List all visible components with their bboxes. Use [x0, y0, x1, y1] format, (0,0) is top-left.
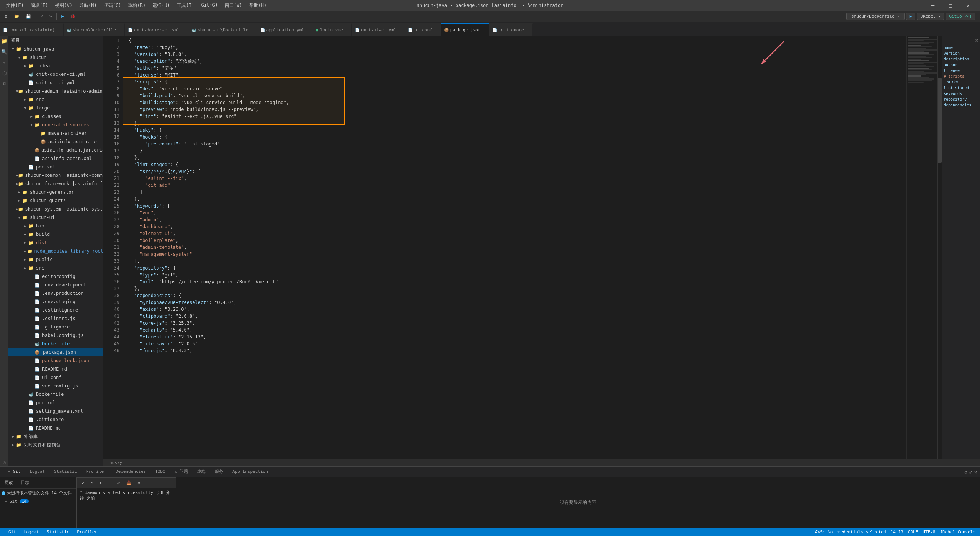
tree-item-root-df[interactable]: 🐋 Dockerfile: [8, 390, 103, 399]
tree-item-idea[interactable]: ▶ 📁 .idea: [8, 62, 103, 70]
tab-cmit-ui[interactable]: 📄 cmit-ui-ci.yml ✕: [352, 23, 405, 36]
tree-item-asiainfo-admin[interactable]: ▼ 📁 shucun-admin [asiainfo-admin]: [8, 87, 103, 95]
bt-pull[interactable]: ↓: [106, 480, 113, 486]
bottom-settings[interactable]: ⚙: [965, 469, 967, 475]
tree-item-readme[interactable]: 📄 README.md: [8, 424, 103, 432]
tab-login[interactable]: ■ login.vue ✕: [313, 23, 352, 36]
minimize-button[interactable]: ─: [924, 0, 942, 11]
activity-explorer[interactable]: 📁: [0, 37, 8, 45]
tree-item-dist[interactable]: ▶ 📁 dist: [8, 239, 103, 247]
tree-item-env-staging[interactable]: 📄 .env.staging: [8, 297, 103, 306]
tree-item-dockerfile-ui[interactable]: 🐋 Dockerfile: [8, 340, 103, 348]
activity-debug[interactable]: ⬡: [0, 69, 8, 77]
tab-ui-conf[interactable]: 📄 ui.conf ✕: [405, 23, 441, 36]
activity-settings[interactable]: ⚙: [0, 459, 8, 466]
tree-item-ui[interactable]: ▼ 📁 shucun-ui: [8, 213, 103, 222]
git-tab-changes[interactable]: 更改: [2, 478, 16, 487]
bt-merge[interactable]: ⤢: [114, 480, 122, 486]
tree-item-build[interactable]: ▶ 📁 build: [8, 230, 103, 239]
status-crlf[interactable]: CRLF: [906, 529, 920, 534]
tree-item-extra1[interactable]: ▶ 📁 外部库: [8, 432, 103, 441]
rp-item-scripts[interactable]: ▼ scripts: [942, 74, 980, 79]
tab-dockerfile[interactable]: 🐋 shucun\Dockerfile ✕: [64, 23, 125, 36]
tab-dependencies[interactable]: Dependencies: [111, 467, 150, 477]
tree-item-cmit-ui[interactable]: 📄 cmit-ui-ci.yml: [8, 78, 103, 87]
tree-item-public[interactable]: ▶ 📁 public: [8, 255, 103, 264]
tree-item-generated[interactable]: ▼ 📁 generated-sources: [8, 121, 103, 129]
tree-item-shucun[interactable]: ▼ 📁 shucun: [8, 53, 103, 62]
tree-item-gitignore-ui[interactable]: 📄 .gitignore: [8, 323, 103, 331]
rp-item-husky[interactable]: husky: [942, 79, 980, 85]
toolbar-redo[interactable]: ↪: [47, 13, 54, 20]
rp-item-license[interactable]: license: [942, 68, 980, 74]
tab-pom[interactable]: 📄 pom.xml (asiainfo) ✕: [0, 23, 64, 36]
bt-settings[interactable]: ⚙: [136, 480, 143, 486]
tree-item-package-json[interactable]: 📦 package.json: [8, 348, 103, 356]
toolbar-save[interactable]: 💾: [23, 13, 33, 20]
tree-item-maven-archiver[interactable]: 📁 maven-archiver: [8, 129, 103, 137]
maximize-button[interactable]: □: [942, 0, 959, 11]
status-git[interactable]: ⑂ Git: [3, 528, 18, 536]
code-content[interactable]: { "name": "ruoyi", "version": "3.8.0", "…: [122, 36, 906, 459]
jrebel-btn[interactable]: JRebel ▾: [917, 13, 944, 20]
toolbar-undo[interactable]: ↩: [38, 13, 46, 20]
bt-refresh[interactable]: ↻: [88, 480, 96, 486]
menu-view[interactable]: 视图(V): [52, 2, 75, 10]
editor-scrollbar[interactable]: [937, 36, 942, 459]
tree-item-generator[interactable]: ▶ 📁 shucun-generator: [8, 188, 103, 196]
rp-item-keywords[interactable]: keywords: [942, 91, 980, 96]
status-statistic[interactable]: Statistic: [45, 528, 71, 536]
menu-git[interactable]: Git(G): [198, 2, 221, 10]
activity-extensions[interactable]: ⧉: [0, 80, 8, 88]
tab-cmit-docker[interactable]: 📄 cmit-docker-ci.yml ✕: [125, 23, 188, 36]
tree-item-framework[interactable]: ▶ 📁 shucun-framework [asiainfo-framework…: [8, 180, 103, 188]
tab-terminal[interactable]: 终端: [193, 467, 210, 477]
close-button[interactable]: ✕: [959, 0, 977, 11]
menu-code[interactable]: 代码(C): [101, 2, 124, 10]
tab-profiler[interactable]: Profiler: [82, 467, 111, 477]
tab-app-yml[interactable]: 📄 application.yml ✕: [257, 23, 313, 36]
tree-item-classes[interactable]: ▶ 📁 classes: [8, 112, 103, 121]
tab-todo[interactable]: TODO: [150, 467, 170, 477]
bt-stash[interactable]: 📥: [124, 480, 134, 486]
toolbar-open[interactable]: 📂: [12, 13, 22, 20]
tree-item-quartz[interactable]: ▶ 📁 shucun-quartz: [8, 196, 103, 205]
rp-item-author[interactable]: author: [942, 62, 980, 68]
tree-item-uiconf[interactable]: 📄 ui.conf: [8, 373, 103, 382]
toolbar-debug[interactable]: 🐞: [68, 13, 78, 20]
menu-file[interactable]: 文件(F): [3, 2, 27, 10]
gitgo-btn[interactable]: GitGo ✓✓↑: [946, 13, 975, 20]
tree-item-env-prod[interactable]: 📄 .env.production: [8, 289, 103, 297]
menu-edit[interactable]: 编辑(E): [28, 2, 51, 10]
rp-item-name[interactable]: name: [942, 45, 980, 51]
rp-item-deps[interactable]: dependencies: [942, 102, 980, 108]
tab-statistic[interactable]: Statistic: [49, 467, 82, 477]
menu-window[interactable]: 窗口(W): [222, 2, 245, 10]
tree-item-system[interactable]: ▶ 📁 shucun-system [asiainfo-system]: [8, 205, 103, 213]
rp-item-lint-staged[interactable]: lint-staged: [942, 85, 980, 91]
tree-item-admin-jar-orig[interactable]: 📦 asiainfo-admin.jar.original: [8, 146, 103, 154]
tree-item-bin[interactable]: ▶ 📁 bin: [8, 222, 103, 230]
tree-item-admin-jar[interactable]: 📦 asiainfo-admin.jar: [8, 137, 103, 146]
status-aws[interactable]: AWS: No credentials selected: [813, 529, 887, 534]
tree-item-eslintignore[interactable]: 📄 .eslintignore: [8, 306, 103, 314]
tree-item-cmit-docker[interactable]: 🐋 cmit-docker-ci.yml: [8, 70, 103, 78]
status-position[interactable]: 14:13: [889, 529, 905, 534]
tree-item-root-pom[interactable]: 📄 pom.xml: [8, 399, 103, 407]
right-panel-close[interactable]: ✕: [975, 37, 978, 43]
tree-item-root-gitignore[interactable]: 📄 .gitignore: [8, 415, 103, 424]
tree-item-setting[interactable]: 📄 setting_maven.xml: [8, 407, 103, 415]
tree-item-target[interactable]: ▼ 📁 target: [8, 104, 103, 112]
tree-item-extra2[interactable]: ▶ 📁 划时文件和控制台: [8, 441, 103, 449]
tree-item-node-modules[interactable]: ▶ 📁 node_modules library root: [8, 247, 103, 255]
tab-app-inspection[interactable]: App Inspection: [228, 467, 273, 477]
bt-commit[interactable]: ✓: [80, 480, 87, 486]
tree-item-readme-ui[interactable]: 📄 README.md: [8, 365, 103, 373]
tree-item-editorconfig[interactable]: 📄 editorconfig: [8, 272, 103, 281]
tree-item-babel[interactable]: 📄 babel.config.js: [8, 331, 103, 340]
tree-item-pom[interactable]: 📄 pom.xml: [8, 163, 103, 171]
bottom-close[interactable]: ✕: [974, 469, 977, 475]
status-logcat[interactable]: Logcat: [22, 528, 41, 536]
menu-refactor[interactable]: 重构(R): [125, 2, 149, 10]
tree-item-src2[interactable]: ▶ 📁 src: [8, 264, 103, 272]
